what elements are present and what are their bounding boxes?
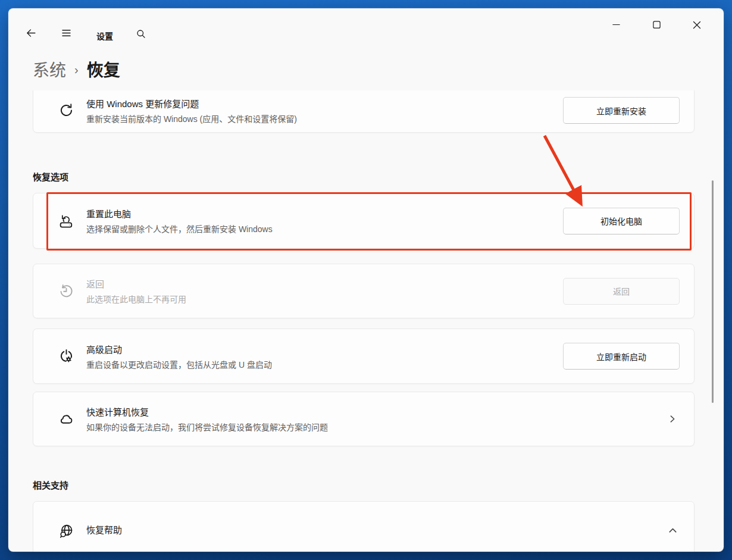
content-viewport: 使用 Windows 更新修复问题 重新安装当前版本的 Windows (应用、… bbox=[8, 90, 724, 552]
card-description: 选择保留或删除个人文件，然后重新安装 Windows bbox=[86, 223, 273, 234]
card-title: 返回 bbox=[86, 277, 186, 290]
card-title: 恢复帮助 bbox=[86, 523, 122, 536]
close-button[interactable] bbox=[684, 15, 710, 36]
windows-update-repair-card: 使用 Windows 更新修复问题 重新安装当前版本的 Windows (应用、… bbox=[33, 90, 695, 133]
annotation-arrow-icon bbox=[8, 90, 724, 552]
sync-refresh-icon bbox=[58, 102, 74, 118]
back-arrow-icon bbox=[25, 27, 36, 40]
hamburger-menu-button[interactable] bbox=[58, 26, 74, 42]
search-icon bbox=[136, 29, 146, 41]
card-description: 重启设备以更改启动设置，包括从光盘或 U 盘启动 bbox=[86, 358, 272, 370]
breadcrumb-separator-icon: › bbox=[74, 61, 79, 77]
minimize-button[interactable] bbox=[603, 15, 629, 36]
recovery-help-card[interactable]: 恢复帮助 bbox=[33, 501, 695, 552]
cloud-icon bbox=[58, 411, 74, 427]
breadcrumb-parent[interactable]: 系统 bbox=[33, 57, 66, 81]
reinstall-now-button[interactable]: 立即重新安装 bbox=[563, 97, 680, 124]
go-back-card: 返回 此选项在此电脑上不再可用 返回 bbox=[33, 264, 695, 318]
chevron-up-icon[interactable] bbox=[665, 523, 680, 537]
quick-machine-recovery-card[interactable]: 快速计算机恢复 如果你的设备无法启动，我们将尝试修复设备恢复解决方案的问题 bbox=[33, 392, 695, 446]
globe-search-icon bbox=[58, 523, 74, 539]
card-title: 重置此电脑 bbox=[86, 207, 273, 220]
section-recovery-options: 恢复选项 bbox=[33, 170, 68, 183]
search-button[interactable] bbox=[133, 26, 149, 43]
card-description: 重新安装当前版本的 Windows (应用、文件和设置将保留) bbox=[86, 112, 297, 124]
power-gear-icon bbox=[58, 348, 74, 364]
vertical-scrollbar-thumb[interactable] bbox=[712, 180, 714, 403]
reset-pc-icon bbox=[58, 213, 74, 229]
minimize-icon bbox=[612, 20, 621, 31]
reset-pc-button[interactable]: 初始化电脑 bbox=[563, 208, 680, 234]
advanced-startup-card: 高级启动 重启设备以更改启动设置，包括从光盘或 U 盘启动 立即重新启动 bbox=[33, 329, 695, 384]
maximize-button[interactable] bbox=[643, 15, 670, 36]
restart-now-button[interactable]: 立即重新启动 bbox=[563, 343, 680, 370]
card-description: 如果你的设备无法启动，我们将尝试修复设备恢复解决方案的问题 bbox=[86, 421, 328, 433]
page-title: 恢复 bbox=[87, 57, 120, 81]
go-back-button[interactable]: 返回 bbox=[563, 278, 680, 305]
card-title: 使用 Windows 更新修复问题 bbox=[86, 97, 297, 110]
card-title: 快速计算机恢复 bbox=[86, 405, 328, 418]
app-title: 设置 bbox=[96, 30, 113, 42]
card-title: 高级启动 bbox=[86, 343, 272, 355]
settings-window: 设置 系统 › 恢复 bbox=[8, 8, 724, 552]
breadcrumb: 系统 › 恢复 bbox=[33, 57, 120, 81]
reset-pc-card: 重置此电脑 选择保留或删除个人文件，然后重新安装 Windows 初始化电脑 bbox=[33, 193, 695, 249]
history-clock-icon bbox=[58, 283, 74, 299]
close-icon bbox=[692, 20, 702, 32]
section-related-support: 相关支持 bbox=[33, 478, 68, 491]
chevron-right-icon bbox=[665, 412, 680, 426]
card-description: 此选项在此电脑上不再可用 bbox=[86, 293, 186, 305]
hamburger-icon bbox=[61, 27, 72, 40]
back-button[interactable] bbox=[22, 26, 39, 42]
maximize-icon bbox=[652, 20, 661, 31]
